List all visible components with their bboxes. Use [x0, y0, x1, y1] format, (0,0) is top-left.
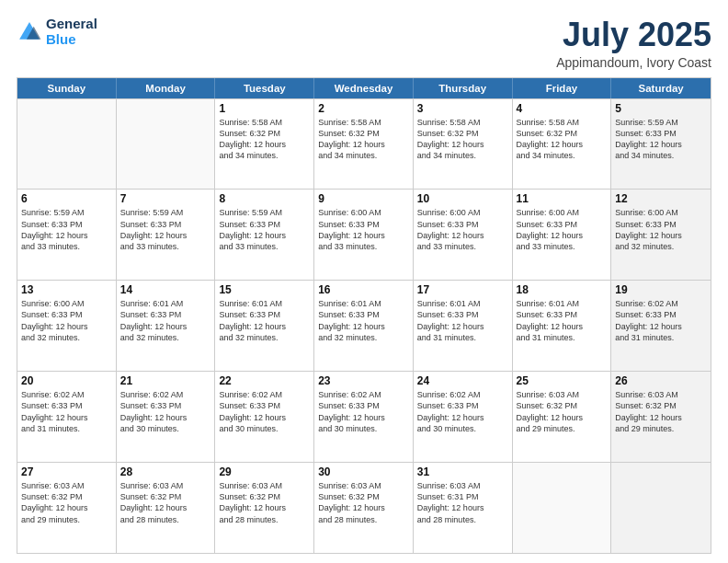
day-number: 17 — [417, 283, 508, 296]
calendar-cell: 17Sunrise: 6:01 AM Sunset: 6:33 PM Dayli… — [414, 281, 513, 371]
calendar-cell: 9Sunrise: 6:00 AM Sunset: 6:33 PM Daylig… — [314, 190, 414, 280]
cell-info: Sunrise: 6:03 AM Sunset: 6:32 PM Dayligh… — [615, 389, 707, 434]
day-number: 24 — [417, 374, 508, 387]
page: General Blue July 2025 Appimandoum, Ivor… — [0, 0, 728, 563]
calendar-cell — [17, 99, 117, 190]
calendar-cell: 22Sunrise: 6:02 AM Sunset: 6:33 PM Dayli… — [215, 372, 314, 462]
cell-info: Sunrise: 6:03 AM Sunset: 6:32 PM Dayligh… — [21, 480, 112, 525]
cell-info: Sunrise: 5:59 AM Sunset: 6:33 PM Dayligh… — [21, 207, 112, 252]
cell-info: Sunrise: 6:01 AM Sunset: 6:33 PM Dayligh… — [219, 298, 310, 343]
cell-info: Sunrise: 5:58 AM Sunset: 6:32 PM Dayligh… — [219, 117, 310, 162]
calendar-cell: 31Sunrise: 6:03 AM Sunset: 6:31 PM Dayli… — [414, 463, 513, 553]
cell-info: Sunrise: 5:58 AM Sunset: 6:32 PM Dayligh… — [318, 117, 409, 162]
day-number: 18 — [517, 283, 608, 296]
calendar-day-header: Sunday — [17, 78, 117, 98]
day-number: 29 — [219, 465, 310, 478]
calendar-day-header: Thursday — [414, 78, 513, 98]
calendar-cell: 15Sunrise: 6:01 AM Sunset: 6:33 PM Dayli… — [215, 281, 314, 371]
logo: General Blue — [17, 17, 97, 47]
calendar-cell: 21Sunrise: 6:02 AM Sunset: 6:33 PM Dayli… — [117, 372, 216, 462]
calendar-week: 6Sunrise: 5:59 AM Sunset: 6:33 PM Daylig… — [17, 189, 711, 280]
cell-info: Sunrise: 6:00 AM Sunset: 6:33 PM Dayligh… — [21, 298, 112, 343]
cell-info: Sunrise: 6:02 AM Sunset: 6:33 PM Dayligh… — [318, 389, 409, 434]
logo-icon — [17, 19, 42, 45]
calendar-cell — [611, 463, 711, 553]
calendar-cell: 28Sunrise: 6:03 AM Sunset: 6:32 PM Dayli… — [117, 463, 216, 553]
day-number: 15 — [219, 283, 310, 296]
cell-info: Sunrise: 6:02 AM Sunset: 6:33 PM Dayligh… — [615, 298, 707, 343]
logo-text: General Blue — [46, 17, 97, 47]
calendar: SundayMondayTuesdayWednesdayThursdayFrid… — [17, 77, 711, 554]
calendar-cell: 14Sunrise: 6:01 AM Sunset: 6:33 PM Dayli… — [117, 281, 216, 371]
day-number: 23 — [318, 374, 409, 387]
calendar-week: 13Sunrise: 6:00 AM Sunset: 6:33 PM Dayli… — [17, 280, 711, 371]
day-number: 2 — [318, 102, 409, 115]
calendar-cell: 25Sunrise: 6:03 AM Sunset: 6:32 PM Dayli… — [513, 372, 612, 462]
day-number: 26 — [615, 374, 707, 387]
header: General Blue July 2025 Appimandoum, Ivor… — [17, 17, 711, 70]
day-number: 31 — [417, 465, 508, 478]
calendar-cell: 20Sunrise: 6:02 AM Sunset: 6:33 PM Dayli… — [17, 372, 117, 462]
calendar-day-header: Saturday — [611, 78, 711, 98]
calendar-cell: 3Sunrise: 5:58 AM Sunset: 6:32 PM Daylig… — [414, 99, 513, 190]
day-number: 6 — [21, 192, 112, 205]
calendar-cell: 23Sunrise: 6:02 AM Sunset: 6:33 PM Dayli… — [314, 372, 414, 462]
cell-info: Sunrise: 6:01 AM Sunset: 6:33 PM Dayligh… — [517, 298, 608, 343]
calendar-cell: 18Sunrise: 6:01 AM Sunset: 6:33 PM Dayli… — [513, 281, 612, 371]
day-number: 13 — [21, 283, 112, 296]
cell-info: Sunrise: 6:02 AM Sunset: 6:33 PM Dayligh… — [219, 389, 310, 434]
cell-info: Sunrise: 5:58 AM Sunset: 6:32 PM Dayligh… — [417, 117, 508, 162]
calendar-header: SundayMondayTuesdayWednesdayThursdayFrid… — [17, 78, 711, 98]
calendar-cell: 1Sunrise: 5:58 AM Sunset: 6:32 PM Daylig… — [215, 99, 314, 190]
cell-info: Sunrise: 5:59 AM Sunset: 6:33 PM Dayligh… — [120, 207, 211, 252]
day-number: 5 — [615, 102, 707, 115]
day-number: 12 — [615, 192, 707, 205]
day-number: 9 — [318, 192, 409, 205]
calendar-cell: 7Sunrise: 5:59 AM Sunset: 6:33 PM Daylig… — [117, 190, 216, 280]
day-number: 14 — [120, 283, 211, 296]
calendar-cell: 13Sunrise: 6:00 AM Sunset: 6:33 PM Dayli… — [17, 281, 117, 371]
day-number: 27 — [21, 465, 112, 478]
cell-info: Sunrise: 6:01 AM Sunset: 6:33 PM Dayligh… — [417, 298, 508, 343]
day-number: 7 — [120, 192, 211, 205]
cell-info: Sunrise: 6:00 AM Sunset: 6:33 PM Dayligh… — [615, 207, 707, 252]
cell-info: Sunrise: 5:58 AM Sunset: 6:32 PM Dayligh… — [517, 117, 608, 162]
day-number: 3 — [417, 102, 508, 115]
cell-info: Sunrise: 6:02 AM Sunset: 6:33 PM Dayligh… — [21, 389, 112, 434]
cell-info: Sunrise: 6:00 AM Sunset: 6:33 PM Dayligh… — [417, 207, 508, 252]
calendar-week: 20Sunrise: 6:02 AM Sunset: 6:33 PM Dayli… — [17, 371, 711, 462]
day-number: 16 — [318, 283, 409, 296]
main-title: July 2025 — [556, 17, 711, 53]
calendar-day-header: Friday — [513, 78, 612, 98]
calendar-cell: 5Sunrise: 5:59 AM Sunset: 6:33 PM Daylig… — [611, 99, 711, 190]
calendar-body: 1Sunrise: 5:58 AM Sunset: 6:32 PM Daylig… — [17, 98, 711, 553]
day-number: 25 — [517, 374, 608, 387]
calendar-cell: 8Sunrise: 5:59 AM Sunset: 6:33 PM Daylig… — [215, 190, 314, 280]
cell-info: Sunrise: 5:59 AM Sunset: 6:33 PM Dayligh… — [219, 207, 310, 252]
cell-info: Sunrise: 6:03 AM Sunset: 6:32 PM Dayligh… — [219, 480, 310, 525]
calendar-cell: 4Sunrise: 5:58 AM Sunset: 6:32 PM Daylig… — [513, 99, 612, 190]
calendar-day-header: Monday — [117, 78, 216, 98]
calendar-cell: 12Sunrise: 6:00 AM Sunset: 6:33 PM Dayli… — [611, 190, 711, 280]
day-number: 21 — [120, 374, 211, 387]
cell-info: Sunrise: 6:03 AM Sunset: 6:32 PM Dayligh… — [120, 480, 211, 525]
calendar-cell: 19Sunrise: 6:02 AM Sunset: 6:33 PM Dayli… — [611, 281, 711, 371]
day-number: 4 — [517, 102, 608, 115]
cell-info: Sunrise: 6:02 AM Sunset: 6:33 PM Dayligh… — [417, 389, 508, 434]
calendar-cell: 6Sunrise: 5:59 AM Sunset: 6:33 PM Daylig… — [17, 190, 117, 280]
day-number: 30 — [318, 465, 409, 478]
cell-info: Sunrise: 6:00 AM Sunset: 6:33 PM Dayligh… — [517, 207, 608, 252]
cell-info: Sunrise: 6:02 AM Sunset: 6:33 PM Dayligh… — [120, 389, 211, 434]
cell-info: Sunrise: 6:03 AM Sunset: 6:31 PM Dayligh… — [417, 480, 508, 525]
calendar-cell: 16Sunrise: 6:01 AM Sunset: 6:33 PM Dayli… — [314, 281, 414, 371]
cell-info: Sunrise: 6:01 AM Sunset: 6:33 PM Dayligh… — [120, 298, 211, 343]
cell-info: Sunrise: 6:03 AM Sunset: 6:32 PM Dayligh… — [318, 480, 409, 525]
subtitle: Appimandoum, Ivory Coast — [556, 55, 711, 70]
calendar-day-header: Tuesday — [215, 78, 314, 98]
day-number: 28 — [120, 465, 211, 478]
calendar-cell — [513, 463, 612, 553]
calendar-cell: 30Sunrise: 6:03 AM Sunset: 6:32 PM Dayli… — [314, 463, 414, 553]
calendar-cell: 2Sunrise: 5:58 AM Sunset: 6:32 PM Daylig… — [314, 99, 414, 190]
calendar-cell: 29Sunrise: 6:03 AM Sunset: 6:32 PM Dayli… — [215, 463, 314, 553]
calendar-day-header: Wednesday — [314, 78, 414, 98]
